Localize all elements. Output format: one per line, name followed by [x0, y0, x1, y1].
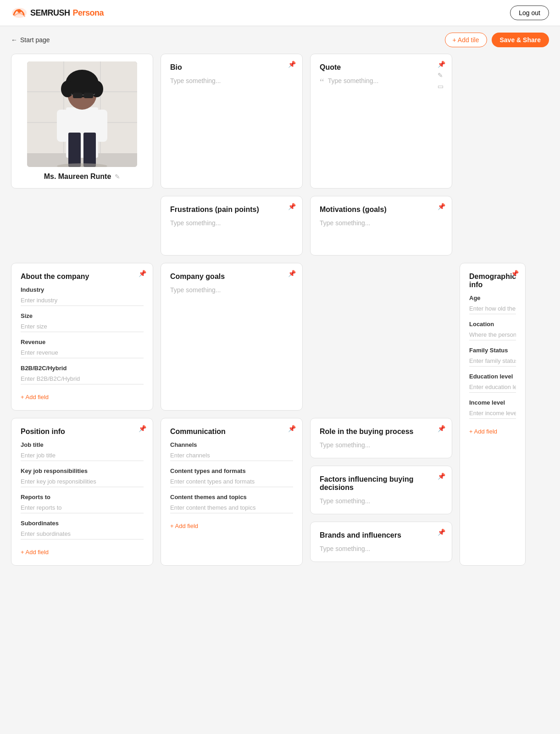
subordinates-field-group: Subordinates	[21, 520, 144, 539]
persona-image	[27, 61, 137, 167]
family-status-input[interactable]	[469, 356, 516, 367]
location-label: Location	[469, 321, 516, 328]
pin-icon: 📌	[288, 61, 296, 68]
svg-rect-9	[57, 110, 68, 142]
key-responsibilities-field-group: Key job responsibilities	[21, 467, 144, 487]
channels-label: Channels	[170, 441, 293, 448]
svg-rect-11	[68, 133, 81, 167]
frustrations-card: 📌 Frustrations (pain points) Type someth…	[161, 196, 303, 256]
income-field-group: Income level	[469, 399, 516, 419]
reports-to-input[interactable]	[21, 502, 144, 513]
add-tile-button[interactable]: + Add tile	[445, 33, 487, 47]
demographic-title: Demographic info	[469, 272, 516, 289]
main-content: Ms. Maureen Runte ✎ 📌 Bio Type something…	[0, 54, 560, 577]
logo-persona-text: Persona	[73, 8, 104, 18]
position-info-card: 📌 Position info Job title Key job respon…	[11, 418, 153, 566]
position-info-title: Position info	[21, 428, 144, 436]
location-input[interactable]	[469, 329, 516, 340]
persona-photo-svg	[27, 61, 137, 167]
content-themes-field-group: Content themes and topics	[170, 494, 293, 513]
persona-name-row: Ms. Maureen Runte ✎	[44, 172, 121, 181]
channels-field-group: Channels	[170, 441, 293, 461]
bio-placeholder[interactable]: Type something...	[170, 77, 293, 84]
svg-rect-18	[73, 93, 82, 98]
quote-placeholder[interactable]: Type something...	[328, 77, 379, 84]
pencil-icon[interactable]: ✎	[438, 72, 445, 79]
logout-button[interactable]: Log out	[510, 6, 549, 20]
start-page-link[interactable]: ← Start page	[11, 36, 50, 44]
family-status-field-group: Family Status	[469, 347, 516, 367]
reports-to-field-group: Reports to	[21, 494, 144, 513]
industry-input[interactable]	[21, 295, 144, 306]
content-types-label: Content types and formats	[170, 467, 293, 474]
b2b-input[interactable]	[21, 373, 144, 384]
edit-icon[interactable]: ✎	[115, 173, 120, 180]
logo: SEMRUSH Persona	[11, 6, 104, 19]
header: SEMRUSH Persona Log out	[0, 0, 560, 26]
job-title-field-group: Job title	[21, 441, 144, 461]
size-label: Size	[21, 312, 144, 319]
size-input[interactable]	[21, 321, 144, 332]
factors-placeholder[interactable]: Type something...	[320, 497, 443, 505]
size-field-group: Size	[21, 312, 144, 332]
age-input[interactable]	[469, 303, 516, 314]
role-buying-placeholder[interactable]: Type something...	[320, 441, 443, 449]
income-input[interactable]	[469, 408, 516, 419]
demographic-card: 📌 Demographic info Age Location Family S…	[460, 263, 526, 566]
role-buying-card: 📌 Role in the buying process Type someth…	[310, 418, 452, 458]
company-goals-title: Company goals	[170, 272, 293, 281]
communication-title: Communication	[170, 428, 293, 436]
factors-title: Factors influencing buying decisions	[320, 475, 443, 492]
persona-name: Ms. Maureen Runte	[44, 172, 111, 181]
persona-grid: Ms. Maureen Runte ✎ 📌 Bio Type something…	[11, 54, 456, 256]
brands-title: Brands and influencers	[320, 531, 443, 539]
job-title-label: Job title	[21, 441, 144, 448]
semrush-logo-icon	[11, 6, 28, 19]
factors-card: 📌 Factors influencing buying decisions T…	[310, 466, 452, 514]
age-label: Age	[469, 295, 516, 301]
demographic-add-field-button[interactable]: + Add field	[469, 428, 497, 435]
revenue-input[interactable]	[21, 347, 144, 358]
communication-add-field-button[interactable]: + Add field	[170, 523, 198, 529]
family-status-label: Family Status	[469, 347, 516, 354]
pin-icon: 📌	[288, 425, 296, 432]
pin-icon: 📌	[438, 528, 445, 536]
channels-input[interactable]	[170, 450, 293, 461]
copy-icon[interactable]: ▭	[438, 83, 445, 90]
industry-field-group: Industry	[21, 286, 144, 306]
motivations-title: Motivations (goals)	[320, 206, 443, 214]
motivations-placeholder[interactable]: Type something...	[320, 219, 443, 227]
pin-icon: 📌	[438, 473, 445, 480]
logo-semrush-text: SEMRUSH	[30, 8, 70, 18]
start-page-label: Start page	[20, 36, 50, 44]
frustrations-title: Frustrations (pain points)	[170, 206, 293, 214]
content-types-input[interactable]	[170, 476, 293, 487]
quote-action-icons: 📌 ✎ ▭	[438, 61, 445, 90]
right-col-cards: 📌 Role in the buying process Type someth…	[310, 418, 452, 566]
about-company-add-field-button[interactable]: + Add field	[21, 394, 49, 400]
revenue-field-group: Revenue	[21, 339, 144, 358]
key-responsibilities-label: Key job responsibilities	[21, 467, 144, 474]
brands-placeholder[interactable]: Type something...	[320, 545, 443, 552]
pin-icon: 📌	[288, 203, 296, 210]
key-responsibilities-input[interactable]	[21, 476, 144, 487]
pin-icon: 📌	[438, 203, 445, 210]
svg-rect-10	[96, 110, 107, 142]
reports-to-label: Reports to	[21, 494, 144, 500]
company-goals-card: 📌 Company goals Type something...	[161, 263, 303, 411]
subordinates-input[interactable]	[21, 528, 144, 539]
job-title-input[interactable]	[21, 450, 144, 461]
education-field-group: Education level	[469, 373, 516, 393]
company-goals-placeholder[interactable]: Type something...	[170, 286, 293, 294]
b2b-field-group: B2B/B2C/Hybrid	[21, 365, 144, 384]
svg-rect-19	[84, 93, 93, 98]
income-label: Income level	[469, 399, 516, 406]
content-themes-input[interactable]	[170, 502, 293, 513]
communication-card: 📌 Communication Channels Content types a…	[161, 418, 303, 566]
persona-photo-card: Ms. Maureen Runte ✎	[11, 54, 153, 189]
position-add-field-button[interactable]: + Add field	[21, 549, 49, 556]
frustrations-placeholder[interactable]: Type something...	[170, 219, 293, 227]
svg-point-17	[69, 72, 95, 86]
education-input[interactable]	[469, 382, 516, 393]
save-share-button[interactable]: Save & Share	[492, 33, 549, 47]
